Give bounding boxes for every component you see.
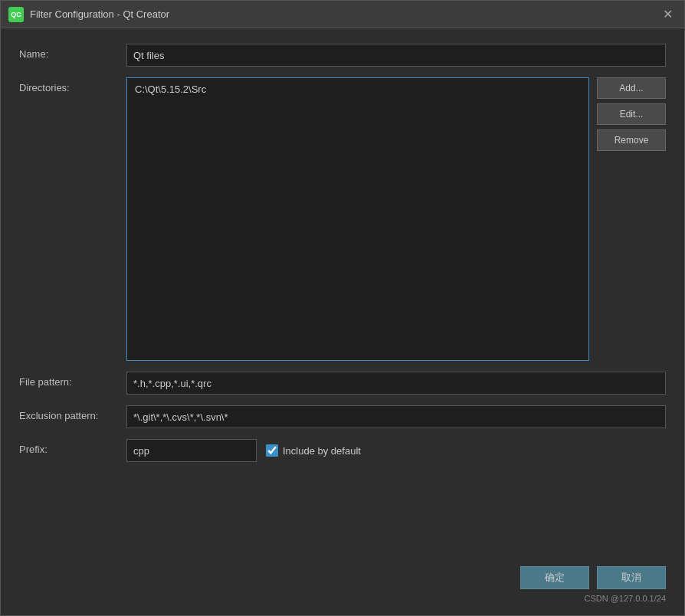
title-bar: QC Filter Configuration - Qt Creator ✕ (1, 1, 684, 28)
file-pattern-input[interactable] (126, 372, 666, 395)
name-input[interactable] (126, 44, 666, 67)
close-button[interactable]: ✕ (658, 5, 677, 24)
edit-button[interactable]: Edit... (597, 103, 666, 125)
dialog-footer: 确定 取消 CSDN @127.0.0.1/24 (1, 557, 684, 615)
name-label: Name: (19, 44, 126, 60)
file-pattern-row: File pattern: (19, 372, 666, 395)
exclusion-pattern-control-area (126, 405, 666, 428)
name-control-area (126, 44, 666, 67)
add-button[interactable]: Add... (597, 77, 666, 99)
confirm-button[interactable]: 确定 (520, 566, 589, 589)
dialog-content: Name: Directories: C:\Qt\5.15.2\Src Add.… (1, 28, 684, 557)
remove-button[interactable]: Remove (597, 129, 666, 151)
footer-buttons: 确定 取消 (19, 566, 666, 589)
directories-box[interactable]: C:\Qt\5.15.2\Src (126, 77, 589, 361)
qt-logo: QC (8, 7, 24, 22)
directories-row: Directories: C:\Qt\5.15.2\Src Add... Edi… (19, 77, 666, 361)
file-pattern-control-area (126, 372, 666, 395)
include-default-label: Include by default (283, 445, 361, 457)
prefix-label: Prefix: (19, 439, 126, 455)
exclusion-pattern-input[interactable] (126, 405, 666, 428)
directories-wrapper: C:\Qt\5.15.2\Src Add... Edit... Remove (126, 77, 666, 361)
exclusion-pattern-label: Exclusion pattern: (19, 405, 126, 421)
directory-entry: C:\Qt\5.15.2\Src (130, 81, 585, 97)
name-row: Name: (19, 44, 666, 67)
dialog-title: Filter Configuration - Qt Creator (30, 8, 169, 20)
directories-label: Directories: (19, 77, 126, 93)
prefix-input[interactable] (126, 439, 257, 462)
title-bar-left: QC Filter Configuration - Qt Creator (8, 7, 169, 22)
filter-configuration-dialog: QC Filter Configuration - Qt Creator ✕ N… (0, 0, 685, 616)
prefix-control-area: Include by default (126, 439, 666, 462)
include-default-checkbox[interactable] (266, 444, 278, 457)
include-default-area: Include by default (266, 444, 361, 457)
dir-buttons: Add... Edit... Remove (597, 77, 666, 361)
exclusion-pattern-row: Exclusion pattern: (19, 405, 666, 428)
watermark: CSDN @127.0.0.1/24 (19, 594, 666, 603)
cancel-button[interactable]: 取消 (597, 566, 666, 589)
prefix-row: Prefix: Include by default (19, 439, 666, 462)
file-pattern-label: File pattern: (19, 372, 126, 388)
